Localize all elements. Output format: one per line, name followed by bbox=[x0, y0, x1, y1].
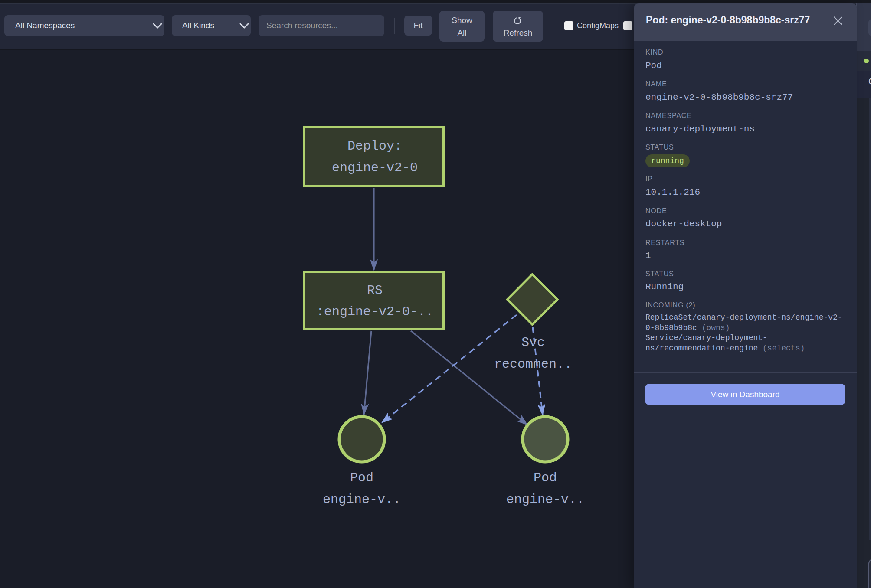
svg-text:engine-v..: engine-v.. bbox=[506, 492, 584, 507]
svg-text:Pod: Pod bbox=[350, 470, 373, 485]
svg-text:engine-v2-0: engine-v2-0 bbox=[332, 160, 418, 175]
svg-text:Pod: Pod bbox=[534, 470, 557, 485]
svg-text::engine-v2-0-..: :engine-v2-0-.. bbox=[316, 304, 433, 319]
svg-text:Svc: Svc bbox=[521, 335, 545, 350]
svg-text:engine-v..: engine-v.. bbox=[323, 492, 401, 507]
svg-text:recommen..: recommen.. bbox=[494, 357, 572, 372]
svg-text:Deploy:: Deploy: bbox=[347, 139, 402, 154]
svg-text:RS: RS bbox=[367, 283, 383, 298]
